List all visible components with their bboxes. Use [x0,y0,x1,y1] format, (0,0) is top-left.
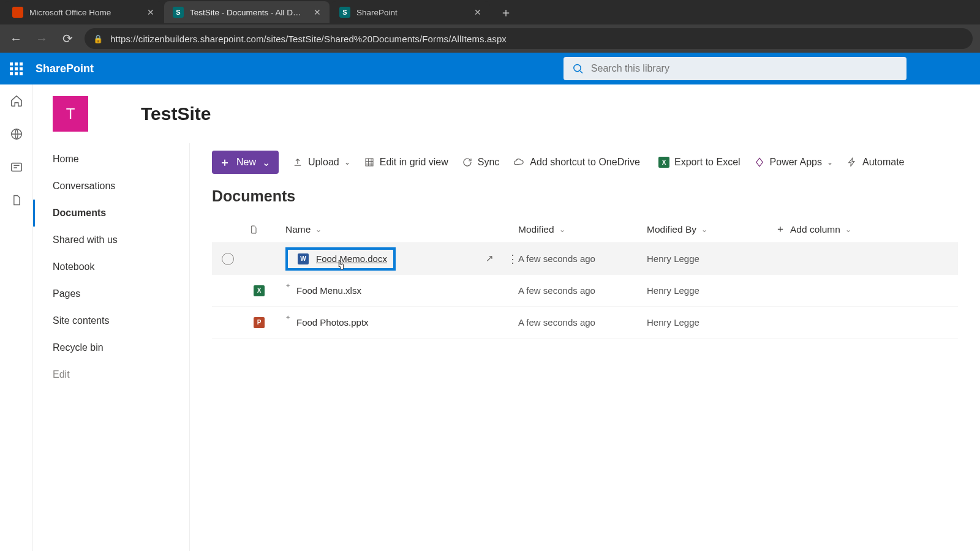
export-excel-label: Export to Excel [674,157,741,168]
column-type[interactable] [249,223,285,236]
home-icon[interactable] [9,93,24,109]
sync-button[interactable]: Sync [462,157,500,168]
share-icon[interactable] [486,252,494,266]
sharepoint-favicon: S [339,7,350,18]
files-icon[interactable] [9,192,24,208]
add-column-label: Add column [790,224,840,235]
back-button[interactable]: ← [7,32,24,46]
file-name-link[interactable]: Food Menu.xlsx [296,285,361,296]
chevron-down-icon [701,225,707,234]
url-text: https://citizenbuilders.sharepoint.com/s… [110,34,507,44]
table-row[interactable]: W Food Memo.docx A few seconds ago Henry… [212,243,958,275]
address-bar: ← → ⟳ 🔒 https://citizenbuilders.sharepoi… [0,24,980,53]
column-modified-label: Modified [518,224,554,235]
suite-brand[interactable]: SharePoint [32,62,94,75]
cell-modified: A few seconds ago [518,253,647,264]
column-modified[interactable]: Modified [518,224,647,235]
automate-button[interactable]: Automate [846,157,904,168]
table-row[interactable]: X ✦ Food Menu.xlsx A few seconds ago Hen… [212,275,958,307]
sync-icon [462,157,473,168]
svg-rect-3 [11,163,21,171]
globe-icon[interactable] [9,126,24,142]
lock-icon: 🔒 [93,34,103,43]
documents-table: Name Modified Modified By ＋ [212,216,958,339]
row-select[interactable] [222,253,234,265]
browser-tab[interactable]: S SharePoint ✕ [331,1,490,23]
upload-button[interactable]: Upload [292,157,350,168]
nav-edit[interactable]: Edit [33,361,189,388]
tab-title: TestSite - Documents - All Docum [190,8,305,17]
file-name-link[interactable]: Food Photos.pptx [296,317,369,328]
export-excel-button[interactable]: X Export to Excel [654,157,741,168]
svg-line-1 [580,71,582,73]
url-field[interactable]: 🔒 https://citizenbuilders.sharepoint.com… [85,28,973,49]
plus-icon: ＋ [219,155,230,170]
powerpoint-icon: P [254,317,265,328]
file-name-link[interactable]: Food Memo.docx [316,253,387,264]
chevron-down-icon [262,157,270,168]
new-indicator-icon: ✦ [285,282,290,289]
table-header: Name Modified Modified By ＋ [212,216,958,243]
browser-chrome: Microsoft Office Home ✕ S TestSite - Doc… [0,0,980,53]
grid-icon [364,157,375,168]
site-title[interactable]: TestSite [141,103,211,124]
column-modified-by-label: Modified By [647,224,696,235]
left-nav: Home Conversations Documents Shared with… [33,143,190,551]
sync-label: Sync [478,157,500,168]
word-icon: W [298,253,309,264]
powerapps-icon [754,157,765,168]
add-shortcut-button[interactable]: Add shortcut to OneDrive [513,157,640,168]
tab-close-icon[interactable]: ✕ [145,6,157,18]
chevron-down-icon [344,158,350,167]
browser-tab[interactable]: S TestSite - Documents - All Docum ✕ [164,1,330,23]
edit-grid-button[interactable]: Edit in grid view [364,157,448,168]
table-row[interactable]: P ✦ Food Photos.pptx A few seconds ago H… [212,307,958,339]
column-name[interactable]: Name [285,224,518,235]
global-nav-rail [0,84,33,551]
nav-shared-with-us[interactable]: Shared with us [33,227,189,253]
tab-close-icon[interactable]: ✕ [311,6,323,18]
nav-conversations[interactable]: Conversations [33,173,189,200]
chevron-down-icon [827,158,833,167]
cell-modified: A few seconds ago [518,285,647,296]
excel-icon: X [254,285,265,296]
search-input[interactable] [591,63,898,74]
site-header: T TestSite [33,84,980,143]
site-logo[interactable]: T [53,96,88,132]
new-tab-button[interactable]: ＋ [491,4,521,21]
new-indicator-icon: ✦ [285,314,290,321]
edit-grid-label: Edit in grid view [380,157,448,168]
add-column-button[interactable]: ＋ Add column [775,223,922,236]
power-apps-button[interactable]: Power Apps [754,157,833,168]
search-box[interactable] [564,57,907,80]
app-launcher-button[interactable] [0,62,32,75]
suite-header: SharePoint [0,53,980,84]
command-bar: ＋ New Upload Edit in grid view [212,143,958,181]
nav-site-contents[interactable]: Site contents [33,307,189,334]
onedrive-icon [513,157,525,168]
forward-button[interactable]: → [33,32,50,46]
browser-tab[interactable]: Microsoft Office Home ✕ [4,1,163,23]
reload-button[interactable]: ⟳ [59,31,76,46]
nav-home[interactable]: Home [33,146,189,173]
nav-recycle-bin[interactable]: Recycle bin [33,334,189,361]
tab-title: SharePoint [356,8,466,17]
more-icon[interactable] [507,252,518,266]
tab-close-icon[interactable]: ✕ [472,6,484,18]
new-button[interactable]: ＋ New [212,151,279,174]
nav-notebook[interactable]: Notebook [33,253,189,280]
tab-strip: Microsoft Office Home ✕ S TestSite - Doc… [0,0,980,24]
office-favicon [12,7,23,18]
power-apps-label: Power Apps [770,157,822,168]
tab-title: Microsoft Office Home [29,8,138,17]
upload-icon [292,157,303,168]
nav-documents[interactable]: Documents [33,200,189,227]
upload-label: Upload [308,157,339,168]
cell-modified-by: Henry Legge [647,317,775,328]
column-modified-by[interactable]: Modified By [647,224,775,235]
cell-modified: A few seconds ago [518,317,647,328]
file-icon [249,223,258,236]
news-icon[interactable] [9,159,24,175]
main-content: ＋ New Upload Edit in grid view [190,143,980,551]
nav-pages[interactable]: Pages [33,280,189,307]
